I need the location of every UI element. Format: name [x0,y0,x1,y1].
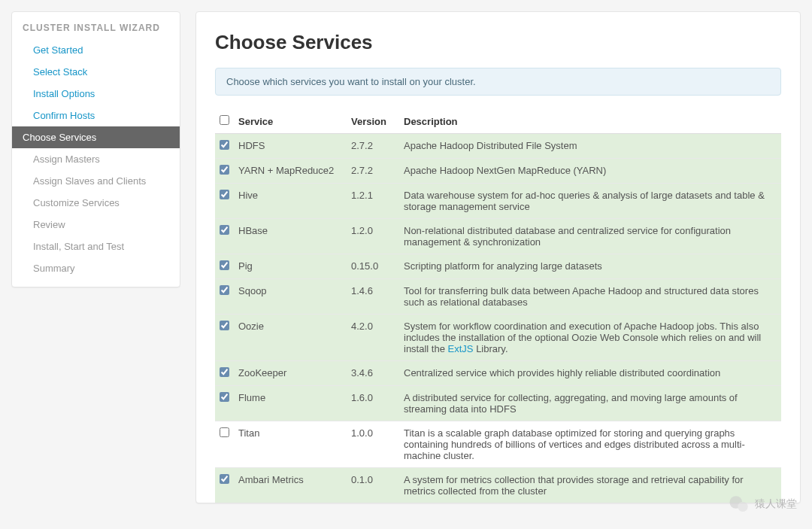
service-description: Apache Hadoop Distributed File System [399,134,781,159]
row-checkbox-cell [215,184,234,219]
service-name: Hive [234,184,347,219]
header-description: Description [399,109,781,134]
service-description: Data warehouse system for ad-hoc queries… [399,184,781,219]
table-row: Pig0.15.0Scripting platform for analyzin… [215,254,781,279]
row-checkbox-cell [215,468,234,503]
service-description: Apache Hadoop NextGen MapReduce (YARN) [399,159,781,184]
service-version: 2.7.2 [347,159,399,184]
service-checkbox[interactable] [220,367,229,377]
sidebar: CLUSTER INSTALL WIZARD Get StartedSelect… [0,0,180,529]
service-name: Flume [234,386,347,421]
service-name: Oozie [234,315,347,361]
row-checkbox-cell [215,219,234,254]
service-checkbox[interactable] [220,285,229,295]
service-name: YARN + MapReduce2 [234,159,347,184]
service-checkbox[interactable] [220,140,229,150]
row-checkbox-cell [215,254,234,279]
service-checkbox[interactable] [220,190,229,199]
service-name: ZooKeeper [234,361,347,386]
service-checkbox[interactable] [220,392,229,402]
service-name: HDFS [234,134,347,159]
row-checkbox-cell [215,361,234,386]
wizard-step-1[interactable]: Select Stack [12,61,180,83]
row-checkbox-cell [215,279,234,315]
service-description: A system for metrics collection that pro… [399,468,781,503]
service-version: 2.7.2 [347,134,399,159]
service-description: System for workflow coordination and exe… [399,315,781,361]
service-name: HBase [234,219,347,254]
service-description: Titan is a scalable graph database optim… [399,421,781,468]
service-checkbox[interactable] [220,321,229,330]
header-service: Service [234,109,347,134]
wizard-step-3[interactable]: Confirm Hosts [12,105,180,126]
service-checkbox[interactable] [220,474,229,484]
table-row: Flume1.6.0A distributed service for coll… [215,386,781,421]
table-row: YARN + MapReduce22.7.2Apache Hadoop Next… [215,159,781,184]
service-description: Non-relational distributed database and … [399,219,781,254]
row-checkbox-cell [215,134,234,159]
wizard-step-5: Assign Masters [12,148,180,170]
main-area: Choose Services Choose which services yo… [180,0,812,529]
service-description: Tool for transferring bulk data between … [399,279,781,315]
row-checkbox-cell [215,386,234,421]
wizard-step-7: Customize Services [12,192,180,214]
extjs-link[interactable]: ExtJS [448,343,474,354]
service-checkbox[interactable] [220,427,229,437]
service-name: Sqoop [234,279,347,315]
table-row: Ambari Metrics0.1.0A system for metrics … [215,468,781,503]
header-version: Version [347,109,399,134]
wizard-step-6: Assign Slaves and Clients [12,170,180,192]
table-header-row: Service Version Description [215,109,781,134]
table-row: Oozie4.2.0System for workflow coordinati… [215,315,781,361]
services-table: Service Version Description HDFS2.7.2Apa… [215,109,781,503]
service-version: 1.0.0 [347,421,399,468]
row-checkbox-cell [215,159,234,184]
table-row: Titan1.0.0Titan is a scalable graph data… [215,421,781,468]
row-checkbox-cell [215,421,234,468]
service-name: Pig [234,254,347,279]
service-description: A distributed service for collecting, ag… [399,386,781,421]
wizard-step-0[interactable]: Get Started [12,39,180,61]
service-version: 1.2.1 [347,184,399,219]
wizard-card: CLUSTER INSTALL WIZARD Get StartedSelect… [11,11,180,287]
wizard-title: CLUSTER INSTALL WIZARD [12,12,180,39]
select-all-checkbox[interactable] [220,115,229,125]
main-panel: Choose Services Choose which services yo… [195,11,801,503]
service-version: 1.2.0 [347,219,399,254]
service-version: 3.4.6 [347,361,399,386]
service-checkbox[interactable] [220,260,229,270]
service-version: 0.1.0 [347,468,399,503]
table-row: ZooKeeper3.4.6Centralized service which … [215,361,781,386]
wizard-step-10: Summary [12,257,180,279]
wizard-step-2[interactable]: Install Options [12,83,180,105]
service-name: Ambari Metrics [234,468,347,503]
table-row: HBase1.2.0Non-relational distributed dat… [215,219,781,254]
info-alert: Choose which services you want to instal… [215,68,781,96]
service-description: Scripting platform for analyzing large d… [399,254,781,279]
page-title: Choose Services [215,31,781,54]
wizard-step-9: Install, Start and Test [12,236,180,257]
service-version: 1.6.0 [347,386,399,421]
row-checkbox-cell [215,315,234,361]
wizard-steps: Get StartedSelect StackInstall OptionsCo… [12,39,180,279]
desc-text-post: Library. [474,343,508,354]
service-version: 1.4.6 [347,279,399,315]
header-checkbox-cell [215,109,234,134]
table-row: Hive1.2.1Data warehouse system for ad-ho… [215,184,781,219]
service-description: Centralized service which provides highl… [399,361,781,386]
wizard-step-4: Choose Services [12,126,180,148]
table-row: Sqoop1.4.6Tool for transferring bulk dat… [215,279,781,315]
wizard-step-8: Review [12,214,180,236]
service-checkbox[interactable] [220,225,229,235]
service-version: 0.15.0 [347,254,399,279]
service-version: 4.2.0 [347,315,399,361]
table-row: HDFS2.7.2Apache Hadoop Distributed File … [215,134,781,159]
service-checkbox[interactable] [220,165,229,175]
service-name: Titan [234,421,347,468]
